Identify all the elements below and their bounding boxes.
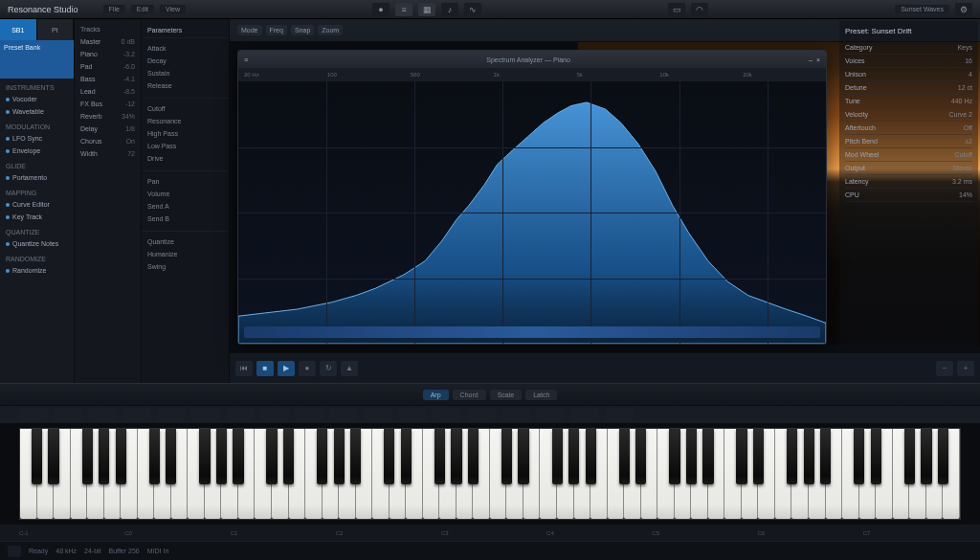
- black-key[interactable]: [48, 429, 58, 484]
- inspector-row[interactable]: Pitch Bend±2: [845, 135, 972, 148]
- control-knob[interactable]: [605, 408, 634, 421]
- rewind-button[interactable]: ⏮: [235, 361, 253, 376]
- black-key[interactable]: [233, 429, 243, 484]
- track-item[interactable]: Bass-4.1: [75, 73, 141, 85]
- black-key[interactable]: [871, 429, 881, 484]
- headphones-icon[interactable]: ◠: [691, 3, 708, 16]
- parameter-item[interactable]: Attack: [142, 42, 229, 55]
- control-knob[interactable]: [536, 408, 565, 421]
- inspector-row[interactable]: Mod WheelCutoff: [845, 148, 972, 162]
- black-key[interactable]: [501, 429, 512, 484]
- zoom-in-button[interactable]: +: [957, 361, 974, 376]
- parameter-item[interactable]: Pan: [142, 175, 229, 188]
- track-item[interactable]: Piano-3.2: [75, 48, 141, 60]
- control-knob[interactable]: [295, 408, 323, 421]
- control-knob[interactable]: [329, 408, 358, 421]
- black-key[interactable]: [568, 429, 579, 484]
- control-knob[interactable]: [157, 408, 186, 421]
- control-knob[interactable]: [88, 408, 117, 421]
- black-key[interactable]: [635, 429, 646, 484]
- settings-icon[interactable]: ⚙: [955, 3, 972, 16]
- parameter-item[interactable]: Drive: [142, 152, 229, 165]
- inspector-row[interactable]: Voices16: [845, 55, 972, 68]
- black-key[interactable]: [552, 429, 563, 484]
- black-key[interactable]: [384, 429, 394, 484]
- browser-item[interactable]: Quantize Notes: [0, 237, 74, 250]
- black-key[interactable]: [753, 429, 764, 484]
- play-button[interactable]: ▶: [278, 361, 295, 376]
- parameter-item[interactable]: Send A: [142, 200, 229, 213]
- scale-button[interactable]: Scale: [490, 390, 523, 400]
- inspector-row[interactable]: Detune12 ct: [845, 81, 972, 95]
- inspector-row[interactable]: VelocityCurve 2: [845, 108, 972, 122]
- control-knob[interactable]: [398, 408, 427, 421]
- control-knob[interactable]: [226, 408, 255, 421]
- black-key[interactable]: [166, 429, 176, 484]
- menu-view[interactable]: View: [160, 5, 186, 13]
- black-key[interactable]: [804, 429, 814, 484]
- black-key[interactable]: [787, 429, 797, 484]
- black-key[interactable]: [401, 429, 412, 484]
- record-button[interactable]: ●: [299, 361, 316, 376]
- black-key[interactable]: [149, 429, 160, 484]
- browser-item[interactable]: Curve Editor: [0, 198, 74, 211]
- track-item[interactable]: ChorusOn: [75, 135, 141, 147]
- browser-item[interactable]: Randomize: [0, 264, 74, 277]
- black-key[interactable]: [283, 429, 294, 484]
- black-key[interactable]: [702, 429, 713, 484]
- toolbar-mode[interactable]: Mode: [237, 25, 262, 35]
- black-key[interactable]: [619, 429, 630, 484]
- black-key[interactable]: [938, 429, 948, 484]
- spectrum-display[interactable]: [238, 81, 826, 344]
- latch-button[interactable]: Latch: [525, 390, 557, 400]
- inspector-row[interactable]: CategoryKeys: [845, 41, 972, 55]
- status-menu-button[interactable]: [8, 546, 21, 557]
- control-knob[interactable]: [364, 408, 392, 421]
- parameter-item[interactable]: Low Pass: [142, 140, 229, 152]
- black-key[interactable]: [99, 429, 109, 484]
- track-item[interactable]: FX Bus-12: [75, 98, 141, 110]
- parameter-item[interactable]: Sustain: [142, 67, 229, 79]
- black-key[interactable]: [266, 429, 277, 484]
- parameter-item[interactable]: Humanize: [142, 248, 229, 260]
- window-menu-icon[interactable]: ≡: [244, 56, 248, 63]
- control-knob[interactable]: [467, 408, 496, 421]
- inspector-row[interactable]: CPU14%: [845, 189, 972, 202]
- inspector-row[interactable]: AftertouchOff: [845, 122, 972, 135]
- browser-item[interactable]: LFO Sync: [0, 132, 74, 145]
- zoom-out-button[interactable]: −: [936, 361, 953, 376]
- toolbar-freq[interactable]: Freq: [266, 25, 287, 35]
- window-minimize-icon[interactable]: –: [809, 56, 813, 63]
- control-knob[interactable]: [433, 408, 461, 421]
- midi-icon[interactable]: ♪: [441, 3, 458, 16]
- browser-item[interactable]: Vocoder: [0, 93, 74, 105]
- inspector-row[interactable]: Unison4: [845, 68, 972, 81]
- browser-item[interactable]: Envelope: [0, 145, 74, 157]
- stop-button[interactable]: ■: [256, 361, 274, 376]
- control-knob[interactable]: [54, 408, 82, 421]
- track-item[interactable]: Pad-6.0: [75, 60, 141, 73]
- preset-bank-block[interactable]: Preset Bank: [0, 40, 74, 78]
- parameter-item[interactable]: Resonance: [142, 115, 229, 127]
- metronome-button[interactable]: ▲: [341, 361, 358, 376]
- black-key[interactable]: [451, 429, 461, 484]
- window-close-icon[interactable]: ×: [816, 56, 820, 63]
- menu-file[interactable]: File: [103, 5, 125, 13]
- track-item[interactable]: Master0 dB: [75, 35, 141, 48]
- track-item[interactable]: Delay1/8: [75, 123, 141, 135]
- black-key[interactable]: [586, 429, 596, 484]
- browser-item[interactable]: Portamento: [0, 171, 74, 184]
- browser-tab-1[interactable]: SB1: [0, 19, 37, 40]
- browser-item[interactable]: Key Track: [0, 211, 74, 223]
- parameter-item[interactable]: Decay: [142, 55, 229, 67]
- arp-button[interactable]: Arp: [423, 390, 449, 400]
- black-key[interactable]: [216, 429, 227, 484]
- black-key[interactable]: [32, 429, 42, 484]
- chord-button[interactable]: Chord: [453, 390, 486, 400]
- browser-item[interactable]: Wavetable: [0, 105, 74, 118]
- control-knob[interactable]: [501, 408, 530, 421]
- black-key[interactable]: [434, 429, 445, 484]
- black-key[interactable]: [820, 429, 831, 484]
- black-key[interactable]: [921, 429, 931, 484]
- browser-tab-2[interactable]: Pt: [37, 19, 75, 40]
